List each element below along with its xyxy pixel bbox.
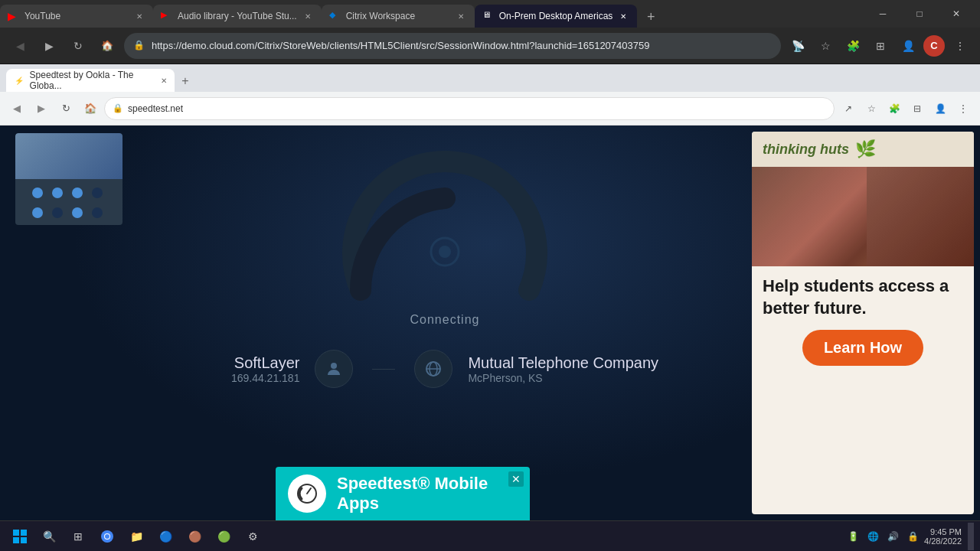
tab-onprem-title: On-Prem Desktop Americas <box>499 11 613 21</box>
gauge-svg <box>330 137 560 305</box>
explorer-taskbar-button[interactable]: 📁 <box>122 523 150 550</box>
tab-audio-close[interactable]: ✕ <box>302 10 314 22</box>
new-tab-button[interactable]: + <box>640 6 662 28</box>
browser-outer: ▶ YouTube ✕ ▶ Audio library - YouTube St… <box>0 0 980 551</box>
tab-onprem[interactable]: 🖥 On-Prem Desktop Americas ✕ <box>475 5 638 28</box>
isp-name: SoftLayer <box>231 354 300 372</box>
inner-tab-close[interactable]: ✕ <box>161 77 167 85</box>
svg-rect-8 <box>13 530 19 536</box>
inner-ext-icon[interactable]: 🧩 <box>884 98 905 119</box>
globe-icon-circle <box>414 350 452 388</box>
window-controls: ─ □ ✕ <box>865 0 980 28</box>
banner-title: Speedtest® Mobile Apps <box>337 474 518 514</box>
tab-audio-title: Audio library - YouTube Stu... <box>178 11 297 21</box>
chrome-taskbar-button[interactable] <box>93 523 121 550</box>
citrix-session: ⚡ Speedtest by Ookla - The Globa... ✕ + … <box>0 64 980 520</box>
show-desktop-button[interactable] <box>968 523 974 550</box>
inner-forward-button[interactable]: ▶ <box>31 98 52 119</box>
cast-icon[interactable]: 📡 <box>786 34 810 58</box>
inner-share-icon[interactable]: ↗ <box>838 98 859 119</box>
maximize-button[interactable]: □ <box>902 0 937 28</box>
learn-how-button[interactable]: Learn How <box>802 330 923 366</box>
inner-new-tab-button[interactable]: + <box>175 70 196 92</box>
tab-audio-library[interactable]: ▶ Audio library - YouTube Stu... ✕ <box>153 5 322 28</box>
svg-rect-10 <box>13 537 19 543</box>
app2-taskbar-button[interactable]: 🟤 <box>181 523 208 550</box>
address-bar[interactable]: 🔒 https://demo.cloud.com/Citrix/StoreWeb… <box>124 33 781 59</box>
user-icon-circle <box>315 350 353 388</box>
search-button[interactable]: 🔍 <box>35 523 63 550</box>
app3-taskbar-button[interactable]: 🟢 <box>210 523 237 550</box>
content-area: LOOKING FOR A MASTER IN DESIGN? LEARN MO… <box>0 126 980 520</box>
server-name: Mutual Telephone Company <box>468 354 658 372</box>
volume-icon: 🔊 <box>884 528 901 545</box>
speedtest-favicon: ⚡ <box>14 74 25 86</box>
isp-ip: 169.44.21.181 <box>231 372 300 384</box>
task-view-button[interactable]: ⊞ <box>64 523 92 550</box>
bookmark-star-icon[interactable]: ☆ <box>813 34 838 58</box>
inner-tab-speedtest[interactable]: ⚡ Speedtest by Ookla - The Globa... ✕ <box>6 69 175 92</box>
menu-icon[interactable]: ⋮ <box>948 34 972 58</box>
toolbar-icons: 📡 ☆ 🧩 ⊞ 👤 C ⋮ <box>786 34 972 58</box>
tab-citrix-close[interactable]: ✕ <box>455 10 467 22</box>
svg-rect-9 <box>21 530 27 536</box>
right-ad-headline: Help students access a better future. <box>763 276 963 319</box>
audio-favicon: ▶ <box>161 10 173 22</box>
network-icon: 🌐 <box>864 528 881 545</box>
outer-tab-bar: ▶ YouTube ✕ ▶ Audio library - YouTube St… <box>0 0 980 28</box>
mobile-app-banner: Speedtest® Mobile Apps ✕ <box>276 467 530 520</box>
right-ad-body: Help students access a better future. Le… <box>752 266 974 514</box>
inner-refresh-button[interactable]: ↻ <box>55 98 77 119</box>
inner-back-button[interactable]: ◀ <box>6 98 28 119</box>
address-favicon: 🔒 <box>133 40 145 52</box>
minimize-button[interactable]: ─ <box>865 0 900 28</box>
right-advertisement: thinking huts 🌿 Help students access a b… <box>752 132 974 514</box>
extensions-icon[interactable]: 🧩 <box>841 34 865 58</box>
close-button[interactable]: ✕ <box>939 0 974 28</box>
tab-youtube[interactable]: ▶ YouTube ✕ <box>0 5 153 28</box>
start-button[interactable] <box>6 523 34 550</box>
inner-menu-icon[interactable]: ⋮ <box>952 98 974 119</box>
speedtest-app-icon <box>288 474 326 513</box>
server-info: SoftLayer 169.44.21.181 <box>231 350 658 388</box>
inner-sidebar-icon[interactable]: ⊟ <box>906 98 928 119</box>
back-button[interactable]: ◀ <box>8 34 32 58</box>
battery-icon: 🔋 <box>844 528 861 545</box>
onprem-favicon: 🖥 <box>482 10 495 22</box>
svg-point-1 <box>439 246 451 258</box>
split-icon[interactable]: ⊞ <box>868 34 893 58</box>
inner-toolbar-icons: ↗ ☆ 🧩 ⊟ 👤 ⋮ <box>838 98 974 119</box>
taskbar-left: 🔍 ⊞ 📁 🔵 🟤 🟢 ⚙ <box>0 523 273 550</box>
brand-name: thinking huts <box>763 142 849 158</box>
refresh-button[interactable]: ↻ <box>66 34 90 58</box>
clock-time: 9:45 PM <box>924 527 962 536</box>
clock-date: 4/28/2022 <box>924 536 962 546</box>
lock-icon: 🔒 <box>904 528 921 545</box>
address-text: https://demo.cloud.com/Citrix/StoreWeb/c… <box>152 40 772 51</box>
app1-taskbar-button[interactable]: 🔵 <box>152 523 179 550</box>
inner-home-button[interactable]: 🏠 <box>80 98 101 119</box>
server-location: McPherson, KS <box>468 372 658 384</box>
outer-toolbar: ◀ ▶ ↻ 🏠 🔒 https://demo.cloud.com/Citrix/… <box>0 28 980 64</box>
speed-gauge <box>330 137 560 305</box>
tab-youtube-close[interactable]: ✕ <box>133 10 145 22</box>
citrix-favicon: ◆ <box>329 10 341 22</box>
server-divider <box>368 369 399 370</box>
app4-taskbar-button[interactable]: ⚙ <box>239 523 266 550</box>
forward-button[interactable]: ▶ <box>37 34 61 58</box>
tab-citrix-title: Citrix Workspace <box>346 11 450 21</box>
banner-close-button[interactable]: ✕ <box>508 471 524 487</box>
svg-rect-11 <box>21 537 27 543</box>
tab-citrix-workspace[interactable]: ◆ Citrix Workspace ✕ <box>322 5 475 28</box>
inner-address-bar[interactable]: 🔒 speedtest.net <box>104 97 835 120</box>
speedtest-content: Connecting SoftLayer 169.44.21.181 <box>138 126 752 520</box>
leaf-icon: 🌿 <box>855 139 876 159</box>
user-icon[interactable]: 👤 <box>896 34 920 58</box>
inner-bookmark-icon[interactable]: ☆ <box>861 98 882 119</box>
profile-avatar[interactable]: C <box>923 35 945 57</box>
svg-line-7 <box>307 488 311 494</box>
svg-point-2 <box>331 363 337 369</box>
inner-profile-icon[interactable]: 👤 <box>929 98 951 119</box>
inner-address-text: speedtest.net <box>128 103 826 114</box>
tab-onprem-close[interactable]: ✕ <box>617 10 629 22</box>
